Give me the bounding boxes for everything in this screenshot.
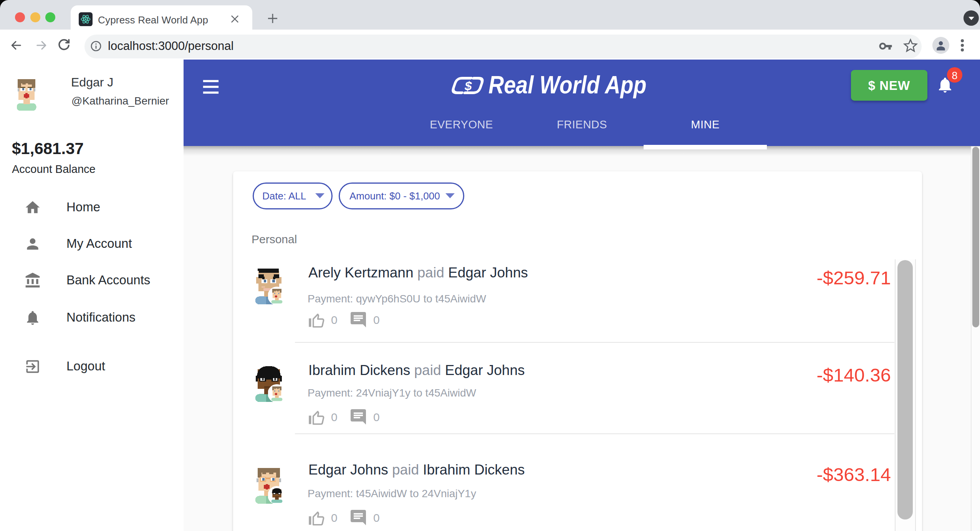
- svg-text:$: $: [464, 79, 473, 93]
